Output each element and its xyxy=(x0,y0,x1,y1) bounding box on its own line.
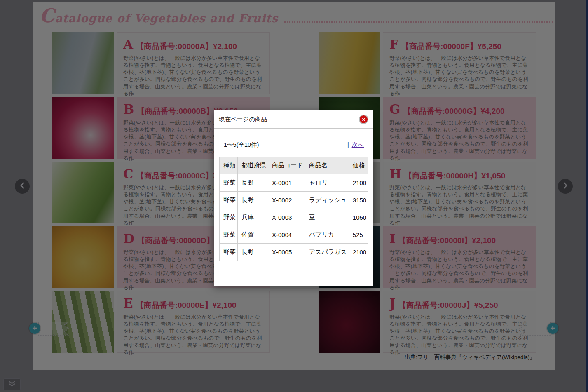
table-cell-type: 野菜 xyxy=(220,244,238,261)
table-cell-price: 2100 xyxy=(349,174,368,192)
table-cell-prefecture: 長野 xyxy=(238,244,268,261)
table-cell-prefecture: 兵庫 xyxy=(238,209,268,226)
table-cell-price: 2100 xyxy=(349,244,368,261)
table-cell-prefecture: 佐賀 xyxy=(238,226,268,244)
table-cell-name: 豆 xyxy=(305,209,349,226)
table-row: 野菜 兵庫 X-0003 豆 1050 xyxy=(220,209,368,226)
pagination-controls: |次へ xyxy=(347,141,364,149)
table-cell-code: X-0005 xyxy=(268,244,305,261)
table-cell-price: 525 xyxy=(349,226,368,244)
dialog-title: 現在ページの商品 xyxy=(219,115,267,123)
pagination: 1〜5(全10件) |次へ xyxy=(224,141,364,149)
table-cell-type: 野菜 xyxy=(220,209,238,226)
table-cell-type: 野菜 xyxy=(220,226,238,244)
table-cell-code: X-0004 xyxy=(268,226,305,244)
screen: Catalogue of Vegetables and Fruits A【商品番… xyxy=(0,0,588,392)
table-cell-type: 野菜 xyxy=(220,192,238,209)
table-cell-price: 3150 xyxy=(349,192,368,209)
close-button[interactable]: × xyxy=(359,115,368,124)
table-row: 野菜 長野 X-0001 セロリ 2100 xyxy=(220,174,368,192)
table-cell-prefecture: 長野 xyxy=(238,192,268,209)
header-cell-prefecture: 都道府県 xyxy=(238,157,268,174)
table-cell-prefecture: 長野 xyxy=(238,174,268,192)
table-row: 野菜 長野 X-0002 ラディッシュ 3150 xyxy=(220,192,368,209)
products-dialog: 現在ページの商品 × 1〜5(全10件) |次へ 種類 都道府県 商品コード 商… xyxy=(214,110,373,286)
table-row: 野菜 長野 X-0005 アスパラガス 2100 xyxy=(220,244,368,261)
table-header-row: 種類 都道府県 商品コード 商品名 価格 xyxy=(220,157,368,174)
dialog-header: 現在ページの商品 × xyxy=(214,110,373,129)
table-cell-code: X-0003 xyxy=(268,209,305,226)
dialog-body: 1〜5(全10件) |次へ 種類 都道府県 商品コード 商品名 価格 野菜 長野… xyxy=(214,141,373,261)
table-cell-code: X-0001 xyxy=(268,174,305,192)
table-cell-code: X-0002 xyxy=(268,192,305,209)
pagination-range: 1〜5(全10件) xyxy=(224,141,259,149)
header-cell-type: 種類 xyxy=(220,157,238,174)
table-cell-name: ラディッシュ xyxy=(305,192,349,209)
table-cell-name: パプリカ xyxy=(305,226,349,244)
table-cell-price: 1050 xyxy=(349,209,368,226)
header-cell-name: 商品名 xyxy=(305,157,349,174)
table-row: 野菜 佐賀 X-0004 パプリカ 525 xyxy=(220,226,368,244)
pagination-separator: | xyxy=(347,141,349,148)
products-table: 種類 都道府県 商品コード 商品名 価格 野菜 長野 X-0001 セロリ 21… xyxy=(219,157,368,261)
header-cell-price: 価格 xyxy=(349,157,368,174)
table-cell-type: 野菜 xyxy=(220,174,238,192)
header-cell-code: 商品コード xyxy=(268,157,305,174)
table-cell-name: セロリ xyxy=(305,174,349,192)
table-cell-name: アスパラガス xyxy=(305,244,349,261)
close-icon: × xyxy=(362,117,365,122)
next-page-link[interactable]: 次へ xyxy=(352,141,364,148)
